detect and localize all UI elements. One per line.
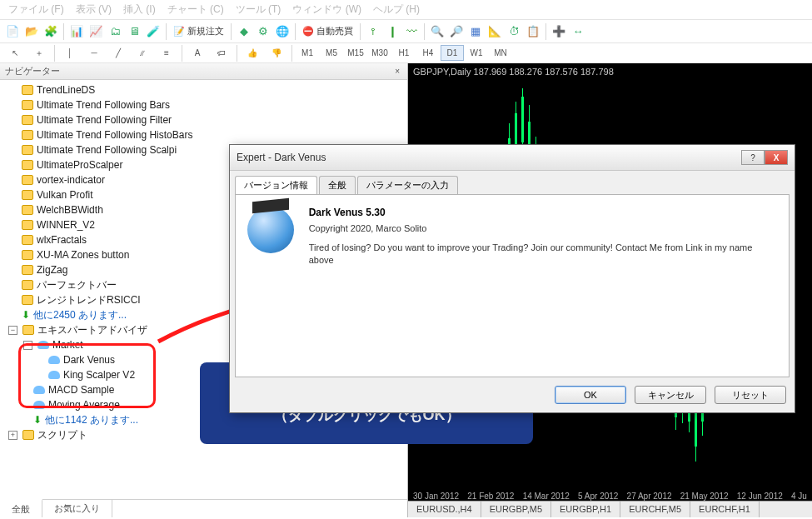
terminal-icon[interactable]: 🖥 <box>125 22 143 41</box>
templates-icon[interactable]: 📋 <box>524 22 542 41</box>
dialog-title-bar[interactable]: Expert - Dark Venus ? X <box>230 145 795 171</box>
profile-icon[interactable]: 🧩 <box>42 22 60 41</box>
indicator-icon <box>22 205 33 215</box>
new-order-button[interactable]: 📝 新規注文 <box>170 25 227 37</box>
tf-mn[interactable]: MN <box>489 45 512 61</box>
indicator-item[interactable]: Ultimate Trend Following Bars <box>0 97 407 112</box>
navigator-close-icon[interactable]: × <box>392 67 402 76</box>
text-icon[interactable]: A <box>186 45 209 61</box>
vline-icon[interactable]: │ <box>58 45 82 61</box>
help-button[interactable]: ? <box>741 150 765 165</box>
menu-insert[interactable]: 挿入 (I) <box>123 2 156 17</box>
shift-icon[interactable]: ➕ <box>550 22 568 41</box>
indicator-icon <box>22 130 33 140</box>
indicator-item[interactable]: TrendLineDS <box>0 82 407 97</box>
open-icon[interactable]: 📂 <box>22 22 41 41</box>
tf-d1[interactable]: D1 <box>441 45 464 61</box>
indicator-icon <box>22 145 33 155</box>
scroll-icon[interactable]: ↔ <box>569 22 587 41</box>
dialog-body: Dark Venus 5.30 Copyright 2020, Marco So… <box>235 194 790 377</box>
tf-m15[interactable]: M15 <box>344 45 367 61</box>
zoom-out-icon[interactable]: 🔎 <box>447 22 466 41</box>
menu-window[interactable]: ウィンドウ (W) <box>292 2 361 17</box>
tf-h1[interactable]: H1 <box>392 45 416 61</box>
chart-symbol-label: GBPJPY,Daily 187.969 188.276 187.576 187… <box>408 63 619 80</box>
strategy-icon[interactable]: 🧪 <box>144 22 162 41</box>
dialog-tabs: バージョン情報 全般 パラメーターの入力 <box>230 171 795 194</box>
tab-common[interactable]: 全般 <box>319 176 356 194</box>
data-window-icon[interactable]: 📈 <box>87 22 105 41</box>
metaeditor-icon[interactable]: ◆ <box>235 22 253 41</box>
reset-button[interactable]: リセット <box>715 386 786 404</box>
market-watch-icon[interactable]: 📊 <box>67 22 86 41</box>
bar-chart-icon[interactable]: ⫯ <box>364 22 382 41</box>
menu-bar: ファイル (F) 表示 (V) 挿入 (I) チャート (C) ツール (T) … <box>0 0 812 20</box>
toolbar-main: 📄 📂 🧩 📊 📈 🗂 🖥 🧪 📝 新規注文 ◆ ⚙ 🌐 ⛔ 自動売買 ⫯ ❙ … <box>0 20 812 43</box>
menu-chart[interactable]: チャート (C) <box>167 2 224 17</box>
hline-icon[interactable]: ─ <box>82 45 106 61</box>
tab-inputs[interactable]: パラメーターの入力 <box>357 176 458 194</box>
indicator-icon <box>22 235 33 245</box>
tile-icon[interactable]: ▦ <box>466 22 485 41</box>
indicator-item[interactable]: Ultimate Trend Following Filter <box>0 112 407 127</box>
chart-tab[interactable]: EURUSD.,H4 <box>408 502 481 517</box>
indicator-icon <box>22 280 33 290</box>
indicator-icon <box>22 190 33 200</box>
tab-version[interactable]: バージョン情報 <box>235 176 317 194</box>
menu-file[interactable]: ファイル (F) <box>8 2 64 17</box>
menu-view[interactable]: 表示 (V) <box>76 2 112 17</box>
tf-m30[interactable]: M30 <box>368 45 391 61</box>
chart-tab[interactable]: EURGBP,M5 <box>481 502 551 517</box>
crosshair-icon[interactable]: ＋ <box>27 45 51 61</box>
fibo-icon[interactable]: ≡ <box>155 45 178 61</box>
thumb-down-icon[interactable]: 👎 <box>265 45 288 61</box>
options-icon[interactable]: ⚙ <box>254 22 272 41</box>
collapse-icon[interactable]: − <box>8 326 17 335</box>
chart-tab[interactable]: EURGBP,H1 <box>551 502 620 517</box>
indicator-item[interactable]: Ultimate Trend Following HistoBars <box>0 127 407 142</box>
menu-help[interactable]: ヘルプ (H) <box>373 2 420 17</box>
dialog-footer: OK キャンセル リセット <box>230 377 795 412</box>
auto-trade-button[interactable]: ⛔ 自動売買 <box>299 25 356 37</box>
close-button[interactable]: X <box>765 150 788 165</box>
ea-icon <box>48 356 60 364</box>
periods-icon[interactable]: ⏱ <box>505 22 523 41</box>
ea-icon <box>33 401 45 409</box>
tf-m5[interactable]: M5 <box>320 45 343 61</box>
menu-tools[interactable]: ツール (T) <box>236 2 281 17</box>
indicator-icon <box>22 220 33 230</box>
navigator-icon[interactable]: 🗂 <box>106 22 124 41</box>
fullscreen-icon[interactable]: 🌐 <box>273 22 291 41</box>
navigator-title: ナビゲーター <box>5 65 60 77</box>
indicator-icon <box>22 100 33 110</box>
cancel-button[interactable]: キャンセル <box>635 386 706 404</box>
line-chart-icon[interactable]: 〰 <box>402 22 421 41</box>
indicator-icon <box>22 265 33 275</box>
indicators-icon[interactable]: 📐 <box>486 22 504 41</box>
indicator-icon <box>22 160 33 170</box>
tab-general[interactable]: 全般 <box>0 499 42 517</box>
product-name: Dark Venus 5.30 <box>309 207 777 218</box>
chart-tab[interactable]: EURCHF,H1 <box>690 502 760 517</box>
expand-icon[interactable]: + <box>8 431 17 440</box>
indicator-icon <box>22 295 33 305</box>
toolbar-drawing: ↖ ＋ │ ─ ╱ ⫽ ≡ A 🏷 👍 👎 M1 M5 M15 M30 H1 H… <box>0 43 812 63</box>
collapse-icon[interactable]: − <box>23 341 32 350</box>
indicator-icon <box>22 175 33 185</box>
trendline-icon[interactable]: ╱ <box>107 45 130 61</box>
candle-chart-icon[interactable]: ❙ <box>383 22 401 41</box>
zoom-in-icon[interactable]: 🔍 <box>428 22 446 41</box>
new-chart-icon[interactable]: 📄 <box>3 22 22 41</box>
tf-h4[interactable]: H4 <box>416 45 440 61</box>
tf-m1[interactable]: M1 <box>296 45 319 61</box>
tf-w1[interactable]: W1 <box>465 45 488 61</box>
navigator-tabs: 全般 お気に入り <box>0 499 407 517</box>
channel-icon[interactable]: ⫽ <box>131 45 154 61</box>
chart-tabs: EURUSD.,H4 EURGBP,M5 EURGBP,H1 EURCHF,M5… <box>408 501 812 517</box>
cursor-icon[interactable]: ↖ <box>3 45 27 61</box>
thumb-up-icon[interactable]: 👍 <box>241 45 264 61</box>
ok-button[interactable]: OK <box>555 386 626 404</box>
tab-favorites[interactable]: お気に入り <box>42 500 112 517</box>
chart-tab[interactable]: EURCHF,M5 <box>620 502 690 517</box>
label-icon[interactable]: 🏷 <box>210 45 233 61</box>
